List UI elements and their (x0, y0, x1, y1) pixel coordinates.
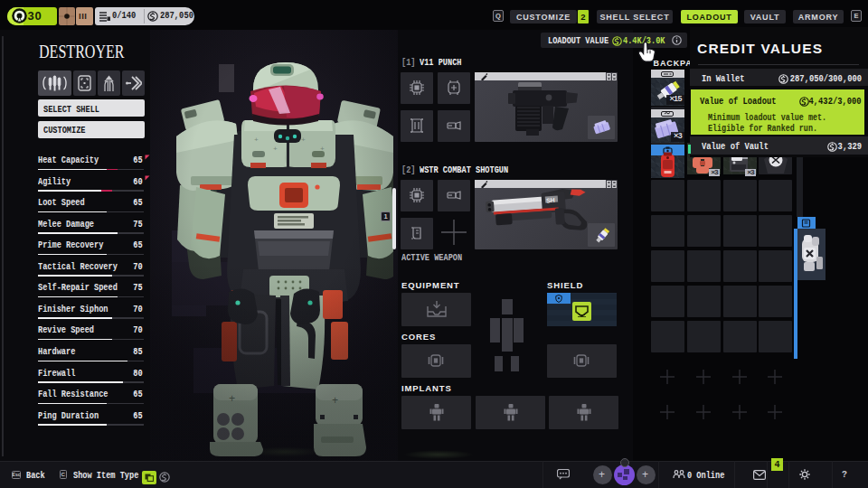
svg-text:SH: SH (546, 197, 555, 204)
